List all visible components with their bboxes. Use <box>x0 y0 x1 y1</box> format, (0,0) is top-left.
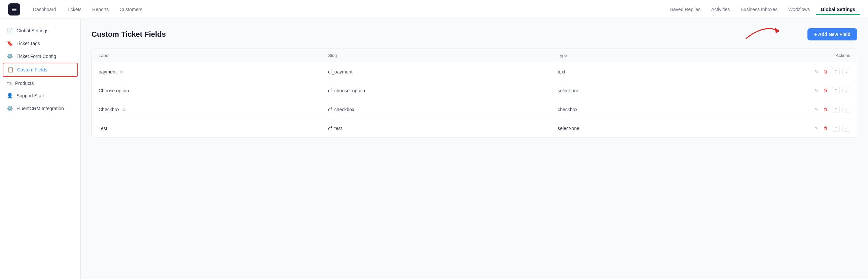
delete-button[interactable]: 🗑 <box>822 87 829 94</box>
sidebar-item-fluentcrm[interactable]: ⚙️ FluentCRM Integration <box>0 102 81 115</box>
col-header-label: Label <box>92 49 321 62</box>
nav-right-items: Saved Replies Activities Business Inboxe… <box>665 4 860 15</box>
row-label: payment ⚙ <box>92 62 321 81</box>
row-actions: ✎ 🗑 ⌃ ⌄ <box>742 81 857 100</box>
page-layout: 📄 Global Settings 🔖 Ticket Tags ⚙️ Ticke… <box>0 19 868 279</box>
add-new-field-button[interactable]: + Add New Field <box>807 28 857 40</box>
gear-icon: ⚙️ <box>7 53 13 59</box>
table-row: Checkbox ⚙ cf_checkbox checkbox ✎ 🗑 ⌃ <box>92 100 857 119</box>
table-row: Choose option cf_choose_option select-on… <box>92 81 857 100</box>
add-button-container: + Add New Field <box>807 28 857 40</box>
sidebar-label: Global Settings <box>17 28 49 33</box>
sidebar-item-ticket-form-config[interactable]: ⚙️ Ticket Form Config <box>0 50 81 63</box>
nav-dashboard[interactable]: Dashboard <box>28 4 61 15</box>
delete-button[interactable]: 🗑 <box>822 124 829 132</box>
copy-icon: ⚙ <box>122 108 126 112</box>
sidebar-item-products[interactable]: 🛍 Products <box>0 77 81 89</box>
col-header-slug: Slug <box>321 49 551 62</box>
person-icon: 👤 <box>7 93 13 99</box>
row-type: checkbox <box>551 100 742 119</box>
delete-button[interactable]: 🗑 <box>822 106 829 113</box>
page-title: Custom Ticket Fields <box>92 30 166 39</box>
sort-down-button[interactable]: ⌄ <box>842 106 850 113</box>
nav-reports[interactable]: Reports <box>88 4 113 15</box>
col-header-type: Type <box>551 49 742 62</box>
edit-button[interactable]: ✎ <box>813 87 819 94</box>
sidebar: 📄 Global Settings 🔖 Ticket Tags ⚙️ Ticke… <box>0 19 81 279</box>
sort-up-button[interactable]: ⌃ <box>832 106 840 113</box>
sidebar-label: Ticket Tags <box>17 41 40 46</box>
row-slug: cf_test <box>321 119 551 138</box>
sidebar-label: Custom Fields <box>17 67 47 73</box>
row-type: select-one <box>551 81 742 100</box>
nav-customers[interactable]: Customers <box>115 4 147 15</box>
sort-down-button[interactable]: ⌄ <box>842 125 850 132</box>
app-logo[interactable] <box>8 3 20 16</box>
sidebar-label: Support Staff <box>17 93 44 99</box>
sort-down-button[interactable]: ⌄ <box>842 68 850 75</box>
top-navigation: Dashboard Tickets Reports Customers Save… <box>0 0 868 19</box>
nav-business-inboxes[interactable]: Business Inboxes <box>736 4 782 15</box>
row-slug: cf_checkbox <box>321 100 551 119</box>
copy-icon: ⚙ <box>119 70 123 75</box>
sidebar-label: Ticket Form Config <box>17 54 56 59</box>
sort-down-button[interactable]: ⌄ <box>842 87 850 94</box>
edit-button[interactable]: ✎ <box>813 106 819 113</box>
shopping-icon: 🛍 <box>7 80 12 86</box>
sort-up-button[interactable]: ⌃ <box>832 125 840 132</box>
row-actions: ✎ 🗑 ⌃ ⌄ <box>742 62 857 81</box>
main-content: Custom Ticket Fields + Add New Field Lab… <box>81 19 868 279</box>
nav-left-items: Dashboard Tickets Reports Customers <box>28 4 665 15</box>
sidebar-item-custom-fields[interactable]: 📋 Custom Fields <box>3 63 78 77</box>
arrow-annotation <box>743 22 783 42</box>
col-header-actions: Actions <box>742 49 857 62</box>
row-type: text <box>551 62 742 81</box>
sidebar-item-ticket-tags[interactable]: 🔖 Ticket Tags <box>0 37 81 50</box>
delete-button[interactable]: 🗑 <box>822 68 829 76</box>
tag-icon: 🔖 <box>7 40 13 47</box>
page-header: Custom Ticket Fields + Add New Field <box>92 28 857 40</box>
document-icon: 📄 <box>7 28 13 34</box>
nav-workflows[interactable]: Workflows <box>783 4 814 15</box>
sidebar-item-global-settings[interactable]: 📄 Global Settings <box>0 24 81 37</box>
nav-saved-replies[interactable]: Saved Replies <box>665 4 705 15</box>
edit-button[interactable]: ✎ <box>813 68 819 76</box>
row-label: Choose option <box>92 81 321 100</box>
sidebar-item-support-staff[interactable]: 👤 Support Staff <box>0 89 81 102</box>
integration-icon: ⚙️ <box>7 106 13 112</box>
sort-up-button[interactable]: ⌃ <box>832 68 840 75</box>
table-header-row: Label Slug Type Actions <box>92 49 857 62</box>
nav-tickets[interactable]: Tickets <box>62 4 87 15</box>
row-label: Checkbox ⚙ <box>92 100 321 119</box>
sort-up-button[interactable]: ⌃ <box>832 87 840 94</box>
nav-activities[interactable]: Activities <box>707 4 735 15</box>
row-slug: cf_payment <box>321 62 551 81</box>
row-label: Test <box>92 119 321 138</box>
nav-global-settings[interactable]: Global Settings <box>816 4 860 15</box>
fields-table-container: Label Slug Type Actions payment ⚙ <box>92 49 857 138</box>
edit-button[interactable]: ✎ <box>813 124 819 132</box>
list-icon: 📋 <box>7 67 14 73</box>
sidebar-label: Products <box>15 81 34 86</box>
row-slug: cf_choose_option <box>321 81 551 100</box>
row-type: select-one <box>551 119 742 138</box>
table-row: payment ⚙ cf_payment text ✎ 🗑 ⌃ ⌄ <box>92 62 857 81</box>
sidebar-label: FluentCRM Integration <box>17 106 64 111</box>
svg-marker-0 <box>775 28 780 33</box>
table-row: Test cf_test select-one ✎ 🗑 ⌃ ⌄ <box>92 119 857 138</box>
row-actions: ✎ 🗑 ⌃ ⌄ <box>742 100 857 119</box>
fields-table: Label Slug Type Actions payment ⚙ <box>92 49 857 138</box>
row-actions: ✎ 🗑 ⌃ ⌄ <box>742 119 857 138</box>
